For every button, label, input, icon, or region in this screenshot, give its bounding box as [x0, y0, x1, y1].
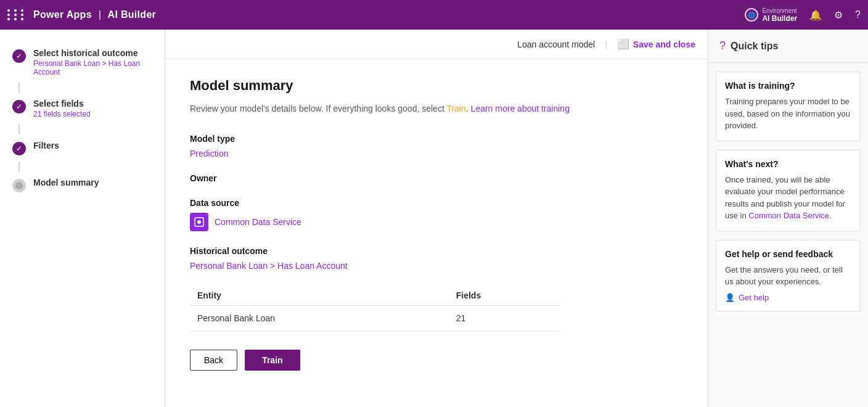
train-word: Train — [446, 104, 465, 113]
save-icon: ⬜ — [617, 38, 629, 50]
step-1-title: Select historical outcome — [33, 48, 152, 58]
tip-training-text: Training prepares your model to be used,… — [725, 96, 851, 132]
connector-1 — [18, 83, 20, 92]
checkmark-icon-2: ✓ — [16, 102, 22, 111]
environment-selector[interactable]: 🌐 Environment AI Builder — [745, 7, 797, 23]
tip-next-text: Once trained, you will be able evaluate … — [725, 174, 851, 222]
app-title: Power Apps | AI Builder — [33, 9, 156, 20]
model-summary-description: Review your model's details below. If ev… — [190, 102, 683, 115]
tip-next-title: What's next? — [725, 159, 851, 169]
save-close-button[interactable]: ⬜ Save and close — [617, 38, 695, 50]
cds-link: Common Data Service — [748, 211, 829, 220]
historical-outcome-value: Personal Bank Loan > Has Loan Account — [190, 261, 683, 271]
page-title: Model summary — [190, 78, 683, 94]
main-content: Loan account model | ⬜ Save and close Mo… — [165, 30, 708, 407]
historical-outcome-label: Historical outcome — [190, 246, 683, 256]
connector-2 — [18, 125, 20, 134]
sidebar-item-model-summary[interactable]: Model summary — [0, 171, 165, 199]
sidebar: ✓ Select historical outcome Personal Ban… — [0, 30, 165, 407]
data-source-label: Data source — [190, 198, 683, 208]
data-source-section: Data source Common Data Service — [190, 198, 683, 231]
get-help-label: Get help — [739, 293, 769, 302]
desc-text-suffix: . — [466, 104, 471, 113]
action-buttons: Back Train — [190, 350, 683, 371]
environment-label: Environment — [762, 7, 797, 14]
tip-next-text-part2: . — [829, 211, 832, 220]
tip-feedback-text: Get the answers you need, or tell us abo… — [725, 264, 851, 288]
col-entity: Entity — [190, 286, 449, 306]
train-button[interactable]: Train — [245, 350, 300, 371]
datasource-icon — [190, 213, 208, 231]
data-source-value: Common Data Service — [215, 217, 301, 227]
step-2-subtitle: 21 fields selected — [33, 110, 91, 118]
svg-point-1 — [197, 220, 201, 224]
owner-section: Owner — [190, 173, 683, 183]
step-3-text: Filters — [33, 141, 59, 150]
step-2-text: Select fields 21 fields selected — [33, 99, 91, 118]
step-circle-3: ✓ — [12, 142, 26, 155]
quick-tips-header: ? Quick tips — [708, 30, 868, 63]
environment-icon: 🌐 — [745, 8, 758, 22]
step-circle-1: ✓ — [12, 49, 26, 63]
tip-training-title: What is training? — [725, 81, 851, 91]
historical-outcome-section: Historical outcome Personal Bank Loan > … — [190, 246, 683, 271]
tip-card-next: What's next? Once trained, you will be a… — [716, 150, 861, 231]
step-circle-2: ✓ — [12, 100, 26, 113]
main-layout: ✓ Select historical outcome Personal Ban… — [0, 30, 868, 407]
bell-icon[interactable]: 🔔 — [809, 9, 822, 21]
col-fields: Fields — [449, 286, 560, 306]
entity-cell: Personal Bank Loan — [190, 306, 449, 331]
step-4-title: Model summary — [33, 178, 99, 187]
tip-card-training: What is training? Training prepares your… — [716, 72, 861, 141]
environment-name: AI Builder — [762, 14, 797, 23]
gear-icon[interactable]: ⚙ — [834, 9, 843, 21]
checkmark-icon: ✓ — [16, 52, 22, 60]
checkmark-icon-3: ✓ — [16, 144, 22, 153]
step-circle-4 — [12, 179, 26, 192]
fields-table: Entity Fields Personal Bank Loan 21 — [190, 286, 560, 331]
content-header: Loan account model | ⬜ Save and close — [165, 30, 708, 59]
get-help-link[interactable]: 👤 Get help — [725, 293, 851, 302]
desc-text-prefix: Review your model's details below. If ev… — [190, 104, 446, 113]
content-body: Model summary Review your model's detail… — [165, 59, 708, 389]
get-help-icon: 👤 — [725, 293, 735, 302]
learn-more-link[interactable]: Learn more about training — [471, 104, 570, 113]
step-4-text: Model summary — [33, 178, 99, 187]
step-1-subtitle: Personal Bank Loan > Has Loan Account — [33, 59, 152, 76]
back-button[interactable]: Back — [190, 350, 237, 371]
step-3-title: Filters — [33, 141, 59, 150]
owner-label: Owner — [190, 173, 683, 183]
app-grid-icon[interactable] — [7, 9, 26, 20]
quick-tips-title: Quick tips — [731, 41, 778, 52]
datasource-item: Common Data Service — [190, 213, 683, 231]
tip-feedback-title: Get help or send feedback — [725, 249, 851, 259]
model-type-value: Prediction — [190, 149, 683, 158]
header-divider: | — [605, 39, 607, 49]
question-icon: ? — [719, 39, 726, 52]
model-name-label: Loan account model — [517, 39, 595, 49]
connector-3 — [18, 162, 20, 171]
step-1-text: Select historical outcome Personal Bank … — [33, 48, 152, 76]
help-icon[interactable]: ? — [855, 9, 861, 20]
sidebar-item-filters[interactable]: ✓ Filters — [0, 134, 165, 162]
top-navigation: Power Apps | AI Builder 🌐 Environment AI… — [0, 0, 868, 30]
sidebar-item-select-fields[interactable]: ✓ Select fields 21 fields selected — [0, 92, 165, 125]
table-row: Personal Bank Loan 21 — [190, 306, 560, 331]
model-type-label: Model type — [190, 134, 683, 144]
model-type-section: Model type Prediction — [190, 134, 683, 158]
fields-table-section: Entity Fields Personal Bank Loan 21 — [190, 286, 683, 331]
step-2-title: Select fields — [33, 99, 91, 109]
fields-cell: 21 — [449, 306, 560, 331]
tip-card-feedback: Get help or send feedback Get the answer… — [716, 240, 861, 311]
sidebar-item-historical-outcome[interactable]: ✓ Select historical outcome Personal Ban… — [0, 42, 165, 83]
quick-tips-panel: ? Quick tips What is training? Training … — [708, 30, 868, 407]
